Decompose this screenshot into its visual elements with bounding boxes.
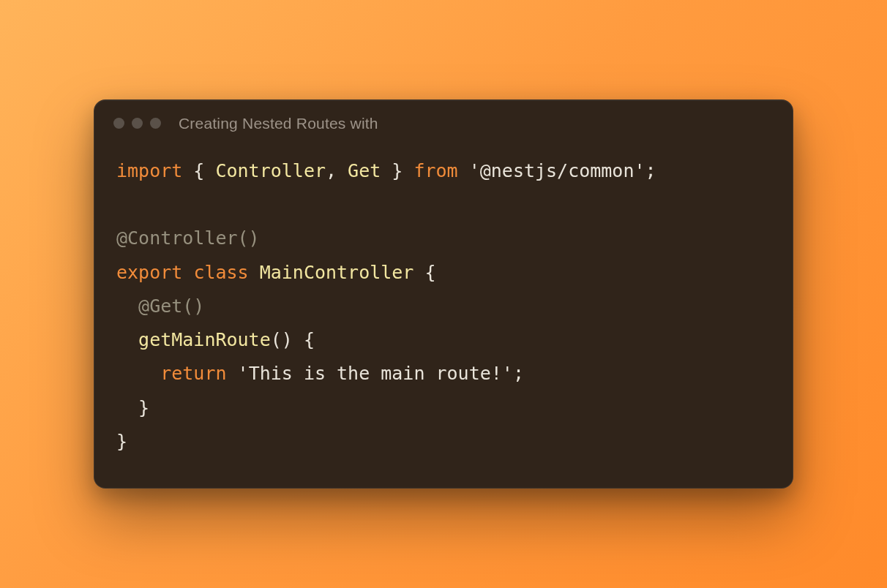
keyword-import: import xyxy=(116,160,182,181)
string-return: 'This is the main route!' xyxy=(238,363,513,384)
semicolon: ; xyxy=(645,160,656,181)
space xyxy=(249,262,260,283)
decorator-controller: @Controller() xyxy=(116,227,260,249)
space xyxy=(227,363,238,384)
titlebar: Creating Nested Routes with xyxy=(94,100,793,138)
window-title: Creating Nested Routes with xyxy=(179,115,378,132)
keyword-class: class xyxy=(193,262,248,283)
method-name: getMainRoute xyxy=(138,329,271,350)
space xyxy=(458,160,469,181)
indent xyxy=(116,329,138,350)
ident-get: Get xyxy=(348,160,381,181)
parens-brace: () { xyxy=(271,329,315,350)
string-module: '@nestjs/common' xyxy=(469,160,645,181)
decorator-get: @Get() xyxy=(138,295,204,317)
keyword-export: export xyxy=(116,262,182,283)
classname: MainController xyxy=(260,262,414,283)
keyword-return: return xyxy=(160,363,226,384)
brace-close: } xyxy=(116,431,127,452)
indent xyxy=(116,363,160,384)
keyword-from: from xyxy=(413,160,457,181)
comma: , xyxy=(326,160,348,181)
indent xyxy=(116,397,138,418)
brace-close: } xyxy=(381,160,413,181)
indent xyxy=(116,295,138,317)
space xyxy=(182,262,193,283)
code-block: import { Controller, Get } from '@nestjs… xyxy=(94,138,793,488)
semicolon: ; xyxy=(513,363,524,384)
close-icon[interactable] xyxy=(113,118,124,129)
traffic-lights xyxy=(113,118,161,129)
brace-open: { xyxy=(413,262,435,283)
maximize-icon[interactable] xyxy=(150,118,161,129)
brace-close: } xyxy=(138,397,149,418)
ident-controller: Controller xyxy=(215,160,326,181)
minimize-icon[interactable] xyxy=(132,118,143,129)
brace-open: { xyxy=(182,160,215,181)
code-window: Creating Nested Routes with import { Con… xyxy=(94,99,793,489)
